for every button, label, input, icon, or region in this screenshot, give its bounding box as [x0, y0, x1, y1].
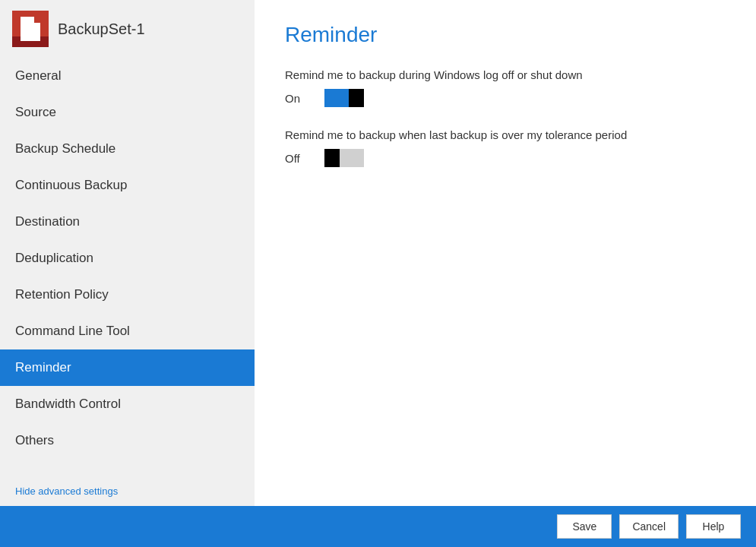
toggle2-state-label: Off — [285, 152, 312, 165]
toggle-row-2: Off — [285, 149, 726, 167]
sidebar-item-retention-policy[interactable]: Retention Policy — [0, 277, 255, 313]
app-logo — [12, 11, 49, 47]
sidebar-item-bandwidth-control[interactable]: Bandwidth Control — [0, 386, 255, 422]
sidebar-item-backup-schedule[interactable]: Backup Schedule — [0, 131, 255, 167]
sidebar-nav: GeneralSourceBackup ScheduleContinuous B… — [0, 58, 255, 476]
toggle-row-1: On — [285, 89, 726, 107]
sidebar-item-destination[interactable]: Destination — [0, 204, 255, 240]
section1-description: Remind me to backup during Windows log o… — [285, 68, 726, 81]
sidebar-item-others[interactable]: Others — [0, 422, 255, 459]
sidebar-item-continuous-backup[interactable]: Continuous Backup — [0, 167, 255, 204]
file-icon — [21, 17, 40, 41]
toggle1-thumb — [349, 89, 364, 107]
sidebar-item-command-line-tool[interactable]: Command Line Tool — [0, 313, 255, 349]
app-name: BackupSet-1 — [58, 21, 145, 38]
toggle2[interactable] — [324, 149, 364, 167]
sidebar-header: BackupSet-1 — [0, 0, 255, 58]
sidebar-item-general[interactable]: General — [0, 58, 255, 94]
save-button[interactable]: Save — [557, 514, 612, 539]
sidebar-item-source[interactable]: Source — [0, 94, 255, 131]
sidebar-item-reminder[interactable]: Reminder — [0, 349, 255, 386]
main-content: Reminder Remind me to backup during Wind… — [255, 0, 756, 506]
app-layout: BackupSet-1 GeneralSourceBackup Schedule… — [0, 0, 756, 506]
toggle1-state-label: On — [285, 92, 312, 105]
page-title: Reminder — [285, 23, 726, 47]
help-button[interactable]: Help — [686, 514, 741, 539]
toggle2-thumb — [324, 149, 340, 167]
sidebar-item-deduplication[interactable]: Deduplication — [0, 240, 255, 277]
footer: Save Cancel Help — [0, 506, 756, 547]
section2-description: Remind me to backup when last backup is … — [285, 128, 726, 141]
sidebar: BackupSet-1 GeneralSourceBackup Schedule… — [0, 0, 255, 506]
cancel-button[interactable]: Cancel — [619, 514, 679, 539]
toggle1[interactable] — [324, 89, 364, 107]
hide-advanced-settings-link[interactable]: Hide advanced settings — [0, 476, 255, 506]
